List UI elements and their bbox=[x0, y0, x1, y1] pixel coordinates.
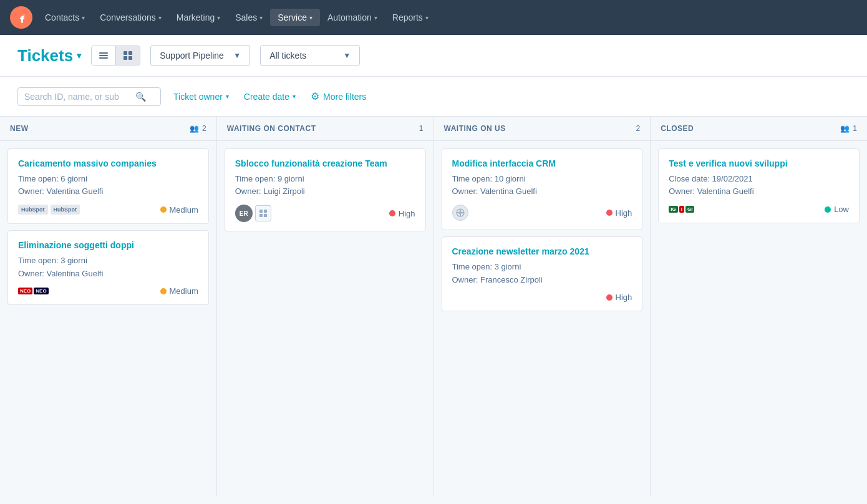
ticket-footer: IG I GI Low bbox=[669, 205, 849, 214]
ticket-card[interactable]: Caricamento massivo companiesTime open: … bbox=[7, 148, 209, 224]
list-view-button[interactable] bbox=[92, 46, 115, 65]
nav-chevron-sales: ▾ bbox=[259, 14, 263, 21]
nav-item-conversations[interactable]: Conversations▾ bbox=[92, 9, 169, 26]
ticket-avatars: HubSpotHubSpot bbox=[18, 205, 80, 215]
priority-label: Medium bbox=[170, 205, 198, 215]
column-title-waiting_us: WAITING ON US bbox=[444, 124, 506, 133]
priority-badge: High bbox=[389, 209, 415, 218]
avatar: ER bbox=[235, 205, 253, 222]
column-header-waiting_contact: WAITING ON CONTACT1 bbox=[217, 117, 434, 141]
ticket-card[interactable]: Modifica interfaccia CRMTime open: 10 gi… bbox=[442, 148, 643, 230]
column-count-new: 👥2 bbox=[190, 124, 206, 133]
nav-chevron-marketing: ▾ bbox=[217, 14, 220, 21]
filter-label: All tickets bbox=[269, 51, 306, 61]
priority-dot bbox=[606, 210, 613, 216]
grid-icon bbox=[124, 51, 132, 60]
priority-dot bbox=[389, 210, 395, 216]
grid-view-button[interactable] bbox=[115, 46, 140, 65]
nav-items: Contacts▾Conversations▾Marketing▾Sales▾S… bbox=[37, 9, 436, 26]
nav-item-automation[interactable]: Automation▾ bbox=[320, 9, 385, 26]
ticket-avatars: IG I GI bbox=[669, 206, 694, 213]
pipeline-dropdown[interactable]: Support Pipeline ▼ bbox=[150, 45, 250, 66]
column-header-new: NEW👥2 bbox=[0, 117, 216, 141]
column-waiting_us: WAITING ON US2Modifica interfaccia CRMTi… bbox=[434, 117, 651, 496]
person-icon-new: 👥 bbox=[190, 124, 199, 133]
logo-badge-2: NEO bbox=[34, 288, 48, 294]
column-count-waiting_us: 2 bbox=[636, 124, 641, 133]
ticket-meta: Close date: 19/02/2021Owner: Valentina G… bbox=[669, 173, 849, 199]
priority-label: Medium bbox=[170, 286, 198, 296]
create-date-label: Create date bbox=[244, 92, 289, 102]
ticket-footer: High bbox=[452, 205, 632, 221]
page-header: Tickets ▾ Support Pipeline ▼ All tickets… bbox=[0, 35, 867, 77]
svg-rect-3 bbox=[259, 214, 263, 217]
column-header-waiting_us: WAITING ON US2 bbox=[434, 117, 651, 141]
logo-g1: IG bbox=[669, 206, 677, 213]
company-logo: HubSpot bbox=[51, 205, 80, 215]
nav-item-marketing[interactable]: Marketing▾ bbox=[169, 9, 228, 26]
nav-chevron-contacts: ▾ bbox=[82, 14, 85, 21]
list-icon bbox=[99, 51, 108, 60]
column-new: NEW👥2Caricamento massivo companiesTime o… bbox=[0, 117, 217, 496]
priority-badge: Medium bbox=[160, 205, 198, 215]
ticket-meta: Time open: 9 giorniOwner: Luigi Zirpoli bbox=[235, 173, 415, 199]
pipeline-chevron: ▼ bbox=[233, 51, 241, 60]
ticket-time: Time open: 3 giorni bbox=[18, 254, 198, 268]
nav-label-sales: Sales bbox=[235, 12, 257, 22]
ticket-title: Modifica interfaccia CRM bbox=[452, 158, 632, 170]
svg-rect-1 bbox=[259, 210, 263, 213]
ticket-card[interactable]: Test e verifica nuovi sviluppiClose date… bbox=[658, 148, 860, 223]
ticket-card[interactable]: Sblocco funzionalità creazione TeamTime … bbox=[225, 148, 426, 231]
ticket-avatars bbox=[452, 205, 468, 221]
ticket-card[interactable]: Creazione newsletter marzo 2021Time open… bbox=[442, 236, 643, 311]
company-logo: HubSpot bbox=[18, 205, 48, 215]
column-title-closed: CLOSED bbox=[661, 124, 694, 133]
ticket-title: Eliminazione soggetti doppi bbox=[18, 240, 198, 252]
column-count-closed: 👥1 bbox=[840, 124, 857, 133]
column-body-closed: Test e verifica nuovi sviluppiClose date… bbox=[651, 141, 867, 231]
ticket-owner: Owner: Valentina Guelfi bbox=[669, 185, 849, 198]
nav-item-service[interactable]: Service▾ bbox=[270, 9, 320, 26]
ticket-owner: Owner: Francesco Zirpoli bbox=[452, 274, 632, 287]
filters-bar: 🔍 Ticket owner ▾ Create date ▾ ⚙ More fi… bbox=[0, 77, 867, 117]
filter-chevron: ▼ bbox=[343, 51, 351, 60]
ticket-avatars: ER bbox=[235, 205, 271, 222]
create-date-filter[interactable]: Create date ▾ bbox=[241, 88, 298, 105]
ticket-meta: Time open: 3 giorniOwner: Francesco Zirp… bbox=[452, 261, 632, 287]
nav-item-reports[interactable]: Reports▾ bbox=[385, 9, 436, 26]
filter-dropdown[interactable]: All tickets ▼ bbox=[260, 45, 360, 66]
nav-chevron-conversations: ▾ bbox=[158, 14, 162, 21]
column-body-waiting_contact: Sblocco funzionalità creazione TeamTime … bbox=[217, 141, 434, 239]
nav-chevron-automation: ▾ bbox=[374, 14, 377, 21]
count-number-closed: 1 bbox=[853, 124, 857, 133]
nav-chevron-reports: ▾ bbox=[425, 14, 429, 21]
view-toggle bbox=[91, 46, 140, 65]
ticket-owner-filter[interactable]: Ticket owner ▾ bbox=[171, 88, 231, 105]
nav-item-contacts[interactable]: Contacts▾ bbox=[37, 9, 92, 26]
ticket-card[interactable]: Eliminazione soggetti doppiTime open: 3 … bbox=[7, 230, 209, 305]
ticket-title: Creazione newsletter marzo 2021 bbox=[452, 246, 632, 258]
ticket-title: Sblocco funzionalità creazione Team bbox=[235, 158, 415, 170]
priority-dot bbox=[825, 206, 831, 213]
navbar: Contacts▾Conversations▾Marketing▾Sales▾S… bbox=[0, 0, 867, 35]
ticket-title: Test e verifica nuovi sviluppi bbox=[669, 158, 849, 170]
ticket-owner-label: Ticket owner bbox=[173, 92, 223, 102]
ticket-time: Time open: 9 giorni bbox=[235, 173, 415, 186]
hubspot-logo[interactable] bbox=[10, 6, 32, 29]
title-chevron[interactable]: ▾ bbox=[77, 51, 81, 61]
logo-g3: GI bbox=[685, 206, 694, 213]
count-number-waiting_us: 2 bbox=[636, 124, 641, 133]
person-icon-closed: 👥 bbox=[840, 124, 850, 133]
ticket-meta: Time open: 6 giorniOwner: Valentina Guel… bbox=[18, 173, 198, 199]
search-input[interactable] bbox=[24, 92, 130, 102]
nav-chevron-service: ▾ bbox=[309, 14, 312, 21]
more-filters-button[interactable]: ⚙ More filters bbox=[308, 87, 369, 106]
column-body-new: Caricamento massivo companiesTime open: … bbox=[0, 141, 216, 313]
priority-dot bbox=[160, 288, 167, 294]
column-header-closed: CLOSED👥1 bbox=[651, 117, 867, 141]
nav-item-sales[interactable]: Sales▾ bbox=[228, 9, 270, 26]
count-number-waiting_contact: 1 bbox=[419, 124, 424, 133]
filter-sliders-icon: ⚙ bbox=[311, 90, 319, 102]
globe-icon bbox=[452, 205, 468, 221]
priority-badge: Medium bbox=[160, 286, 198, 296]
